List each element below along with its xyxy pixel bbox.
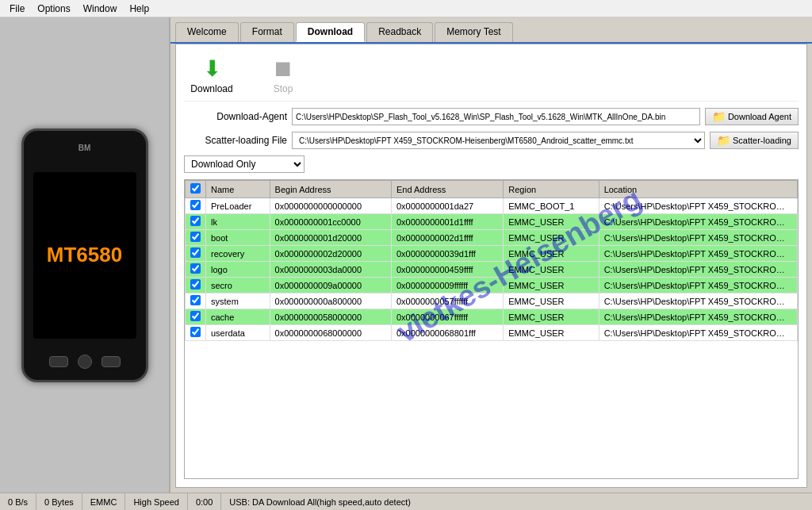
menu-file[interactable]: File bbox=[3, 2, 31, 16]
row-checkbox[interactable] bbox=[190, 200, 201, 210]
status-time: 0:00 bbox=[188, 493, 221, 510]
cell-name: PreLoader bbox=[206, 198, 270, 214]
phone-btn-right[interactable] bbox=[102, 356, 121, 367]
cell-end: 0x000000000459ffff bbox=[391, 262, 503, 278]
menu-window[interactable]: Window bbox=[77, 2, 124, 16]
cell-region: EMMC_USER bbox=[504, 325, 599, 341]
agent-label: Download-Agent bbox=[184, 111, 287, 122]
cell-begin: 0x0000000001cc0000 bbox=[270, 214, 391, 230]
col-region: Region bbox=[504, 181, 599, 198]
cell-region: EMMC_USER bbox=[504, 278, 599, 293]
agent-row: Download-Agent 📁 Download Agent bbox=[184, 108, 799, 125]
cell-location: C:\Users\HP\Desktop\FPT X459_STOCKROM-He… bbox=[599, 325, 797, 341]
menu-help[interactable]: Help bbox=[123, 2, 155, 16]
cell-name: cache bbox=[206, 309, 270, 325]
table-row: system0x000000000a8000000x0000000057ffff… bbox=[186, 293, 798, 309]
row-checkbox[interactable] bbox=[190, 311, 201, 321]
cell-location: C:\Users\HP\Desktop\FPT X459_STOCKROM-He… bbox=[599, 309, 797, 325]
cell-name: lk bbox=[206, 214, 270, 230]
scatter-input[interactable]: C:\Users\HP\Desktop\FPT X459_STOCKROM-He… bbox=[292, 132, 705, 149]
cell-region: EMMC_USER bbox=[504, 262, 599, 278]
table-row: boot0x0000000001d200000x0000000002d1ffff… bbox=[186, 230, 798, 246]
tab-readback[interactable]: Readback bbox=[366, 22, 433, 42]
cell-end: 0x0000000001d1ffff bbox=[391, 214, 503, 230]
cell-begin: 0x0000000058000000 bbox=[270, 309, 391, 325]
table-row: userdata0x00000000680000000x000000006880… bbox=[186, 325, 798, 341]
cell-region: EMMC_USER bbox=[504, 214, 599, 230]
table-row: lk0x0000000001cc00000x0000000001d1ffffEM… bbox=[186, 214, 798, 230]
row-checkbox[interactable] bbox=[190, 327, 201, 337]
row-checkbox[interactable] bbox=[190, 279, 201, 290]
phone-brand-label: BM bbox=[79, 144, 91, 152]
cell-name: userdata bbox=[206, 325, 270, 341]
scatter-row: Scatter-loading File C:\Users\HP\Desktop… bbox=[184, 132, 799, 149]
tab-download[interactable]: Download bbox=[296, 22, 365, 42]
row-checkbox[interactable] bbox=[190, 232, 201, 242]
col-location: Location bbox=[599, 181, 797, 198]
table-row: logo0x0000000003da00000x000000000459ffff… bbox=[186, 262, 798, 278]
dropdown-row: Download Only Download OnlyFirmware Upgr… bbox=[184, 155, 799, 173]
cell-region: EMMC_USER bbox=[504, 293, 599, 309]
stop-action[interactable]: ⏹ Stop bbox=[255, 56, 311, 94]
tab-format[interactable]: Format bbox=[240, 22, 294, 42]
cell-end: 0x0000000002d1ffff bbox=[391, 230, 503, 246]
row-checkbox[interactable] bbox=[190, 247, 201, 258]
download-label: Download bbox=[190, 83, 232, 94]
cell-begin: 0x0000000068000000 bbox=[270, 325, 391, 341]
table-row: recovery0x0000000002d200000x00000000039d… bbox=[186, 246, 798, 262]
scatter-btn-label: Scatter-loading bbox=[733, 136, 791, 145]
cell-location: C:\Users\HP\Desktop\FPT X459_STOCKROM-He… bbox=[599, 214, 797, 230]
file-table-container: Name Begin Address End Address Region Lo… bbox=[184, 179, 799, 479]
table-row: PreLoader0x00000000000000000x0000000001d… bbox=[186, 198, 798, 214]
cell-end: 0x0000000068801fff bbox=[391, 325, 503, 341]
cell-region: EMMC_BOOT_1 bbox=[504, 198, 599, 214]
actions-row: ⬇ Download ⏹ Stop bbox=[184, 52, 799, 102]
download-agent-button[interactable]: 📁 Download Agent bbox=[705, 108, 799, 125]
cell-end: 0x00000000039d1fff bbox=[391, 246, 503, 262]
cell-begin: 0x000000000a800000 bbox=[270, 293, 391, 309]
status-bar: 0 B/s 0 Bytes EMMC High Speed 0:00 USB: … bbox=[0, 493, 812, 510]
tab-memory-test[interactable]: Memory Test bbox=[435, 22, 512, 42]
stop-icon: ⏹ bbox=[272, 56, 294, 82]
tab-welcome[interactable]: Welcome bbox=[175, 22, 239, 42]
cell-name: recovery bbox=[206, 246, 270, 262]
status-speed: 0 B/s bbox=[0, 493, 36, 510]
cell-begin: 0x0000000000000000 bbox=[270, 198, 391, 214]
mode-dropdown[interactable]: Download Only Download OnlyFirmware Upgr… bbox=[184, 155, 304, 173]
download-action[interactable]: ⬇ Download bbox=[184, 56, 239, 94]
col-name: Name bbox=[206, 181, 270, 198]
tab-content: vietkes-Heisenberg ⬇ Download ⏹ Stop Dow… bbox=[175, 44, 807, 488]
col-checkbox bbox=[186, 181, 206, 198]
phone-btn-left[interactable] bbox=[49, 356, 68, 367]
phone-chip-label: MT6580 bbox=[47, 243, 122, 267]
menu-options[interactable]: Options bbox=[31, 2, 76, 16]
cell-end: 0x0000000009ffffff bbox=[391, 278, 503, 293]
cell-end: 0x0000000057ffffff bbox=[391, 293, 503, 309]
row-checkbox[interactable] bbox=[190, 263, 201, 274]
cell-begin: 0x0000000001d20000 bbox=[270, 230, 391, 246]
cell-location: C:\Users\HP\Desktop\FPT X459_STOCKROM-He… bbox=[599, 198, 797, 214]
scatter-folder-icon: 📁 bbox=[717, 134, 730, 147]
agent-input[interactable] bbox=[292, 108, 700, 125]
content-panel: Welcome Format Download Readback Memory … bbox=[170, 17, 812, 493]
scatter-button[interactable]: 📁 Scatter-loading bbox=[710, 132, 799, 149]
cell-region: EMMC_USER bbox=[504, 246, 599, 262]
phone-btn-center[interactable] bbox=[78, 355, 92, 369]
cell-end: 0x0000000001da27 bbox=[391, 198, 503, 214]
cell-name: boot bbox=[206, 230, 270, 246]
download-agent-btn-label: Download Agent bbox=[728, 112, 791, 121]
cell-location: C:\Users\HP\Desktop\FPT X459_STOCKROM-He… bbox=[599, 246, 797, 262]
file-table: Name Begin Address End Address Region Lo… bbox=[185, 180, 798, 341]
phone-screen: MT6580 bbox=[33, 172, 136, 339]
status-mode: High Speed bbox=[125, 493, 188, 510]
cell-region: EMMC_USER bbox=[504, 230, 599, 246]
row-checkbox[interactable] bbox=[190, 295, 201, 305]
cell-region: EMMC_USER bbox=[504, 309, 599, 325]
cell-name: system bbox=[206, 293, 270, 309]
status-message: USB: DA Download All(high speed,auto det… bbox=[221, 493, 812, 510]
cell-location: C:\Users\HP\Desktop\FPT X459_STOCKROM-He… bbox=[599, 262, 797, 278]
status-storage: EMMC bbox=[82, 493, 126, 510]
select-all-checkbox[interactable] bbox=[190, 183, 201, 194]
table-row: cache0x00000000580000000x0000000067fffff… bbox=[186, 309, 798, 325]
row-checkbox[interactable] bbox=[190, 216, 201, 226]
